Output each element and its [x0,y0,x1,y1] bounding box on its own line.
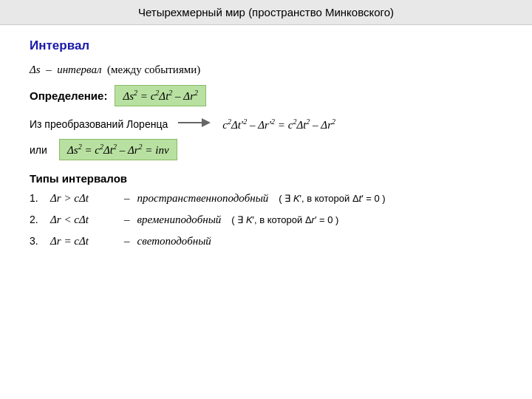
definition-label: Определение: [30,89,107,102]
list-item: 2. Δr < cΔt – времениподобный ( ∃ K′, в … [30,214,502,226]
type-dash-2: – [124,214,130,226]
list-number-2: 2. [30,214,50,225]
section-title: Интервал [30,38,502,53]
type-dash-1: – [124,192,130,205]
ds-definition-line: Δs – интервал (между событиями) [30,64,502,76]
or-formula: Δs2 = c2Δt2 – Δr2 = inv [67,144,169,156]
list-number-3: 3. [30,235,50,247]
list-content-1: Δr > cΔt – пространственноподобный ( ∃ K… [50,192,386,205]
type-label-2: времениподобный [137,214,222,226]
inequality-2: Δr < cΔt [50,214,117,226]
interval-types-list: 1. Δr > cΔt – пространственноподобный ( … [30,192,502,248]
implies-arrow [177,115,214,133]
exists-label-1: ( ∃ K′, в которой Δt′ = 0 ) [279,193,385,204]
exists-label-2: ( ∃ K′, в которой Δr′ = 0 ) [231,214,338,225]
list-item: 3. Δr = cΔt – светоподобный [30,235,502,248]
main-content: Интервал Δs – интервал (между событиями)… [0,25,532,264]
types-title: Типы интервалов [30,172,502,185]
definition-formula: Δs2 = c2Δt2 – Δr2 [123,90,198,102]
list-content-2: Δr < cΔt – времениподобный ( ∃ K′, в кот… [50,214,338,226]
or-formula-box: Δs2 = c2Δt2 – Δr2 = inv [59,139,177,160]
definition-formula-box: Δs2 = c2Δt2 – Δr2 [115,85,206,106]
ds-definition-text: Δs – интервал (между событиями) [30,64,200,76]
or-line: или Δs2 = c2Δt2 – Δr2 = inv [30,139,502,160]
page-header: Четырехмерный мир (пространство Минковск… [0,0,532,25]
type-label-1: пространственноподобный [137,192,269,205]
list-content-3: Δr = cΔt – светоподобный [50,235,211,248]
type-label-3: светоподобный [137,235,211,248]
list-item: 1. Δr > cΔt – пространственноподобный ( … [30,192,502,205]
inequality-1: Δr > cΔt [50,192,117,205]
type-dash-3: – [124,235,130,248]
or-label: или [30,144,50,156]
inequality-3: Δr = cΔt [50,235,117,248]
lorentz-result: c2Δt′2 – Δr′2 = c2Δt2 – Δr2 [222,117,335,132]
lorentz-line: Из преобразований Лоренца c2Δt′2 – Δr′2 … [30,115,502,133]
list-number-1: 1. [30,192,50,204]
definition-line: Определение: Δs2 = c2Δt2 – Δr2 [30,85,502,106]
lorentz-label: Из преобразований Лоренца [30,118,168,130]
header-title: Четырехмерный мир (пространство Минковск… [138,6,394,18]
